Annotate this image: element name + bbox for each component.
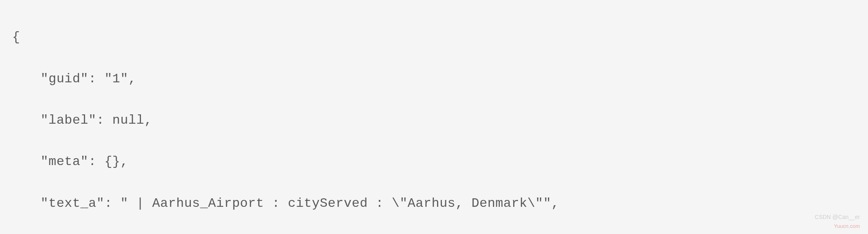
watermark-yuucn: Yuucn.com bbox=[815, 222, 860, 231]
json-sep: : bbox=[105, 196, 120, 211]
code-line-label: "label": null, bbox=[12, 110, 856, 131]
watermark-csdn: CSDN @Can__er bbox=[815, 213, 860, 221]
json-key: "text_a" bbox=[41, 196, 105, 211]
code-line-meta: "meta": {}, bbox=[12, 151, 856, 172]
json-key: "guid" bbox=[41, 71, 88, 86]
code-line-open: { bbox=[12, 27, 856, 47]
code-line-guid: "guid": "1", bbox=[12, 69, 856, 89]
json-comma: , bbox=[120, 154, 128, 169]
json-value: " | Aarhus_Airport : cityServed : \"Aarh… bbox=[120, 196, 551, 211]
json-key: "meta" bbox=[41, 154, 88, 169]
json-sep: : bbox=[96, 113, 112, 128]
brace-open: { bbox=[12, 30, 20, 45]
json-value: "1" bbox=[105, 71, 128, 86]
json-sep: : bbox=[88, 71, 104, 86]
json-value: null bbox=[112, 113, 144, 128]
code-line-text-a: "text_a": " | Aarhus_Airport : cityServe… bbox=[12, 193, 856, 214]
watermark-group: CSDN @Can__er Yuucn.com bbox=[815, 213, 860, 231]
json-comma: , bbox=[128, 71, 136, 86]
json-code-block: { "guid": "1", "label": null, "meta": {}… bbox=[12, 6, 856, 234]
json-sep: : bbox=[88, 154, 104, 169]
json-comma: , bbox=[144, 113, 152, 128]
json-value: {} bbox=[105, 154, 120, 169]
json-key: "label" bbox=[41, 113, 96, 128]
json-comma: , bbox=[551, 196, 559, 211]
